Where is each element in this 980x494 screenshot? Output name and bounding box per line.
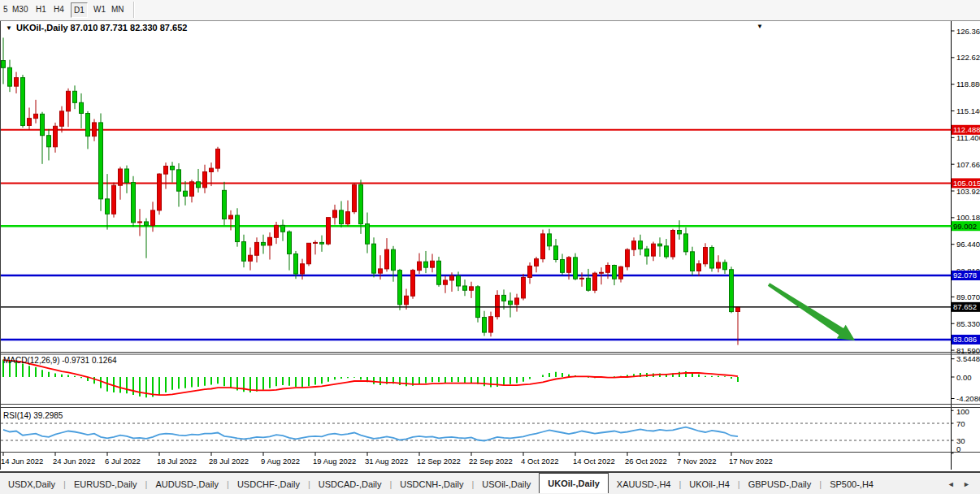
toolbar-separator [133, 2, 135, 18]
symbol-tab[interactable]: XAUUSD-,H4 [609, 476, 679, 492]
svg-text:14 Jun 2022: 14 Jun 2022 [1, 457, 43, 466]
svg-text:26 Oct 2022: 26 Oct 2022 [625, 457, 667, 466]
svg-text:18 Jul 2022: 18 Jul 2022 [157, 457, 197, 466]
rsi-indicator-label: RSI(14) 39.2985 [3, 411, 63, 420]
tab-scroll-arrows[interactable]: ◄ ► [941, 480, 980, 488]
svg-text:100.180: 100.180 [956, 213, 980, 222]
svg-text:22 Sep 2022: 22 Sep 2022 [469, 457, 513, 466]
symbol-tab[interactable]: AUDUSD-,Daily [147, 476, 227, 492]
symbol-tab[interactable]: USDCHF-,Daily [229, 476, 308, 492]
timeframe-button-mn[interactable]: MN [109, 2, 127, 16]
svg-text:115.140: 115.140 [956, 106, 980, 115]
svg-text:6 Jul 2022: 6 Jul 2022 [105, 457, 141, 466]
svg-text:30: 30 [956, 436, 965, 445]
svg-text:81.590: 81.590 [956, 346, 980, 355]
one-click-trading-icon: ▼ [6, 24, 12, 32]
svg-text:14 Oct 2022: 14 Oct 2022 [573, 457, 615, 466]
svg-text:24 Jun 2022: 24 Jun 2022 [53, 457, 95, 466]
symbol-tab[interactable]: USDCAD-,Daily [310, 476, 390, 492]
svg-text:118.880: 118.880 [956, 80, 980, 89]
mt4-window: 5M30H1H4D1W1MN 126.360122.620118.880115.… [0, 0, 980, 494]
svg-text:85.330: 85.330 [956, 319, 980, 328]
svg-text:83.086: 83.086 [953, 335, 977, 344]
symbol-tab[interactable]: USDX,Daily [0, 476, 63, 492]
svg-text:12 Sep 2022: 12 Sep 2022 [417, 457, 461, 466]
svg-text:87.652: 87.652 [953, 302, 977, 311]
macd-indicator-label: MACD(12,26,9) -0.9731 0.1264 [3, 356, 117, 365]
timeframe-button-w1[interactable]: W1 [91, 2, 108, 16]
svg-text:105.015: 105.015 [953, 179, 980, 188]
timeframe-button-h4[interactable]: H4 [51, 2, 67, 16]
chart-title-quote: UKOil-,Daily 87.010 87.731 82.330 87.652 [16, 23, 187, 32]
timeframe-toolbar: 5M30H1H4D1W1MN [0, 0, 980, 21]
symbol-tab-active[interactable]: UKOil-,Daily [539, 473, 609, 493]
svg-text:112.488: 112.488 [953, 125, 980, 134]
svg-text:70: 70 [956, 419, 965, 428]
symbol-tab[interactable]: UKOil-,H4 [681, 476, 738, 492]
svg-text:89.070: 89.070 [956, 292, 980, 301]
symbol-tab[interactable]: SP500-,H4 [822, 476, 882, 492]
chart-shift-marker-icon: ▼ [757, 23, 763, 30]
svg-text:100: 100 [956, 407, 969, 416]
svg-text:99.002: 99.002 [953, 222, 977, 231]
svg-text:19 Aug 2022: 19 Aug 2022 [313, 457, 356, 466]
chart-canvas[interactable]: 126.360122.620118.880115.140111.400107.6… [0, 0, 980, 494]
svg-text:122.620: 122.620 [956, 53, 980, 62]
svg-text:96.440: 96.440 [956, 240, 980, 249]
symbol-tab[interactable]: GBPUSD-,Daily [740, 476, 820, 492]
timeframe-button-d1[interactable]: D1 [71, 2, 88, 18]
symbol-tab[interactable]: USOil-,Daily [474, 476, 539, 492]
svg-text:4 Oct 2022: 4 Oct 2022 [521, 457, 558, 466]
svg-text:92.078: 92.078 [953, 271, 977, 280]
svg-text:31 Aug 2022: 31 Aug 2022 [365, 457, 408, 466]
svg-text:0.00: 0.00 [956, 373, 972, 382]
svg-text:107.660: 107.660 [956, 160, 980, 169]
svg-text:17 Nov 2022: 17 Nov 2022 [729, 457, 773, 466]
svg-text:-4.2086: -4.2086 [956, 394, 980, 403]
timeframe-button-m30[interactable]: M30 [10, 2, 30, 16]
svg-text:7 Nov 2022: 7 Nov 2022 [677, 457, 717, 466]
svg-text:9 Aug 2022: 9 Aug 2022 [261, 457, 300, 466]
svg-text:126.360: 126.360 [956, 27, 980, 36]
symbol-tab[interactable]: USDCNH-,Daily [392, 476, 471, 492]
timeframe-button-h1[interactable]: H1 [33, 2, 49, 16]
symbol-tab[interactable]: EURUSD-,Daily [66, 476, 145, 492]
svg-text:28 Jul 2022: 28 Jul 2022 [209, 457, 249, 466]
svg-text:0: 0 [956, 444, 960, 453]
timeframe-button-5[interactable]: 5 [1, 2, 11, 16]
svg-text:3.5448: 3.5448 [956, 354, 980, 363]
symbol-tab-bar: USDX,Daily|EURUSD-,Daily|AUDUSD-,Daily|U… [0, 471, 980, 494]
